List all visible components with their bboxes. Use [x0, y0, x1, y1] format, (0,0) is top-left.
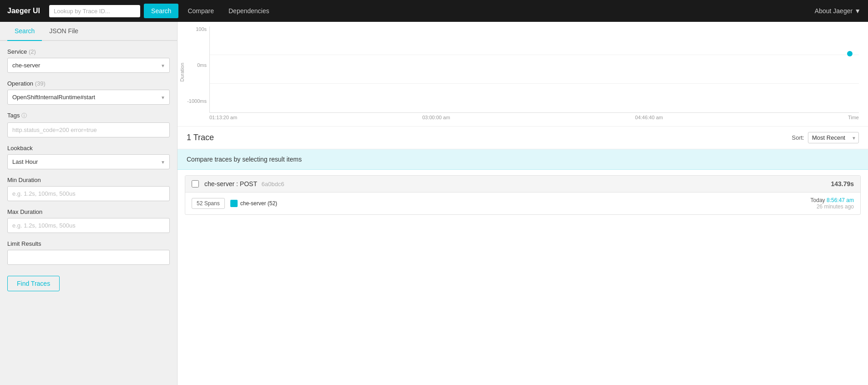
- brand-logo: Jaeger UI: [7, 7, 40, 15]
- sidebar-tabs: Search JSON File: [0, 22, 177, 41]
- chart-x-axis: 01:13:20 am 03:00:00 am 04:46:40 am Time: [187, 113, 859, 122]
- sort-select[interactable]: Most Recent Longest First Shortest First…: [808, 132, 859, 143]
- topnav-search-button[interactable]: Search: [144, 4, 178, 18]
- y-axis-title: Duration: [179, 63, 185, 82]
- chart-data-dot: [847, 51, 853, 56]
- lookback-select-wrapper: Last Hour Last 2 Hours Last 6 Hours Last…: [7, 154, 170, 169]
- operation-select-wrapper: OpenShiftInternalRuntime#start ▼: [7, 90, 170, 105]
- y-label-bot: -1000ms: [187, 98, 207, 104]
- results-sort: Sort: Most Recent Longest First Shortest…: [792, 132, 859, 143]
- sidebar: Search JSON File Service (2) che-server …: [0, 22, 178, 385]
- min-duration-group: Min Duration: [7, 177, 170, 201]
- operation-group: Operation (39) OpenShiftInternalRuntime#…: [7, 80, 170, 105]
- chart-plot-area: [209, 26, 859, 113]
- service-group: Service (2) che-server ▼: [7, 48, 170, 73]
- sidebar-form: Service (2) che-server ▼ Operation (39): [0, 41, 177, 299]
- chart-container: 100s 0ms -1000ms 01:13:20 am 03:00:00 am…: [178, 22, 868, 127]
- operation-select[interactable]: OpenShiftInternalRuntime#start: [7, 90, 170, 105]
- limit-results-group: Limit Results 20: [7, 240, 170, 265]
- about-jaeger-link[interactable]: About Jaeger ▼: [815, 7, 861, 15]
- find-traces-button[interactable]: Find Traces: [7, 276, 60, 291]
- trace-id: 6a0bdc6: [262, 181, 284, 187]
- limit-results-input[interactable]: 20: [7, 250, 170, 265]
- trace-checkbox[interactable]: [192, 180, 199, 187]
- dependencies-link[interactable]: Dependencies: [223, 7, 275, 15]
- min-duration-input[interactable]: [7, 186, 170, 201]
- lookback-label: Lookback: [7, 145, 170, 152]
- max-duration-group: Max Duration: [7, 208, 170, 233]
- trace-meta: Today 8:56:47 am 26 minutes ago: [811, 197, 854, 210]
- sort-select-wrapper: Most Recent Longest First Shortest First…: [808, 132, 859, 143]
- top-navigation: Jaeger UI Search Compare Dependencies Ab…: [0, 0, 868, 22]
- tab-json-file[interactable]: JSON File: [42, 22, 86, 41]
- main-content: 100s 0ms -1000ms 01:13:20 am 03:00:00 am…: [178, 22, 868, 385]
- compare-link[interactable]: Compare: [182, 7, 219, 15]
- chart-grid-line-mid: [210, 83, 859, 84]
- max-duration-label: Max Duration: [7, 208, 170, 215]
- chevron-down-icon: ▼: [854, 7, 861, 15]
- trace-spans-badge: 52 Spans: [192, 198, 225, 209]
- limit-results-label: Limit Results: [7, 240, 170, 247]
- traces-list: che-server : POST 6a0bdc6 143.79s 52 Spa…: [178, 170, 868, 220]
- chart-grid-line-top: [210, 55, 859, 55]
- service-label: Service (2): [7, 48, 170, 55]
- trace-time: 8:56:47 am: [827, 197, 854, 203]
- x-label-2: 03:00:00 am: [422, 115, 450, 120]
- lookback-select[interactable]: Last Hour Last 2 Hours Last 6 Hours Last…: [7, 154, 170, 169]
- sort-label: Sort:: [792, 134, 804, 141]
- results-count: 1 Trace: [187, 133, 214, 142]
- trace-method: POST: [240, 180, 257, 187]
- trace-date: Today: [811, 197, 825, 203]
- x-label-3: 04:46:40 am: [635, 115, 663, 120]
- trace-item-header: che-server : POST 6a0bdc6 143.79s: [185, 176, 860, 192]
- service-badge-label: che-server (52): [240, 200, 277, 207]
- trace-ago: 26 minutes ago: [817, 203, 854, 210]
- operation-count: (39): [35, 80, 46, 87]
- y-label-mid: 0ms: [197, 62, 207, 68]
- max-duration-input[interactable]: [7, 218, 170, 233]
- tags-group: Tags ⓘ: [7, 112, 170, 137]
- tags-label: Tags ⓘ: [7, 112, 170, 120]
- trace-duration: 143.79s: [831, 180, 854, 187]
- lookback-group: Lookback Last Hour Last 2 Hours Last 6 H…: [7, 145, 170, 169]
- y-label-top: 100s: [196, 26, 207, 32]
- trace-service: che-server: [204, 180, 234, 187]
- service-select[interactable]: che-server: [7, 58, 170, 73]
- chart-y-axis: 100s 0ms -1000ms: [187, 26, 209, 113]
- trace-service-badge: che-server (52): [230, 200, 277, 207]
- trace-id-input[interactable]: [49, 5, 140, 17]
- trace-item[interactable]: che-server : POST 6a0bdc6 143.79s 52 Spa…: [185, 175, 861, 215]
- service-color-indicator: [230, 200, 238, 207]
- results-header: 1 Trace Sort: Most Recent Longest First …: [178, 127, 868, 149]
- chart-inner: 100s 0ms -1000ms: [187, 26, 859, 113]
- compare-banner: Compare traces by selecting result items: [178, 149, 868, 170]
- trace-title: che-server : POST 6a0bdc6: [204, 180, 831, 187]
- x-label-1: 01:13:20 am: [209, 115, 237, 120]
- min-duration-label: Min Duration: [7, 177, 170, 183]
- service-select-wrapper: che-server ▼: [7, 58, 170, 73]
- service-count: (2): [29, 48, 36, 55]
- main-layout: Search JSON File Service (2) che-server …: [0, 22, 868, 385]
- tags-input[interactable]: [7, 122, 170, 137]
- time-axis-label: Time: [848, 115, 859, 120]
- tags-help-icon: ⓘ: [21, 112, 27, 119]
- trace-item-body: 52 Spans che-server (52) Today 8:56:47 a…: [185, 192, 860, 214]
- tab-search[interactable]: Search: [7, 22, 42, 41]
- operation-label: Operation (39): [7, 80, 170, 87]
